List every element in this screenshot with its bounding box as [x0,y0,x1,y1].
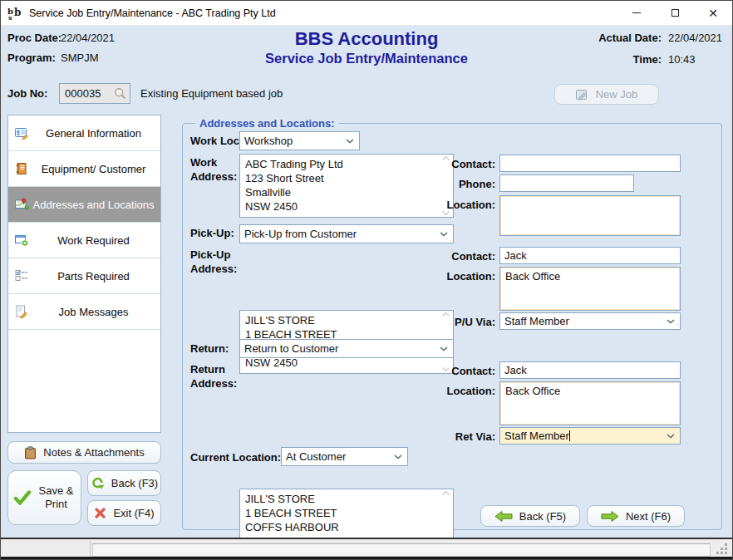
sidebar-item-equipment-customer[interactable]: Equipment/ Customer [8,151,160,187]
chevron-down-icon [440,346,448,351]
return-location-label: Location: [432,385,495,397]
pickup-contact-input[interactable] [499,247,681,264]
pu-via-value: Staff Member [504,315,667,327]
chevron-down-icon [440,232,448,237]
current-location-select[interactable]: At Customer [281,447,408,466]
return-address-label: Return Address: [190,362,239,391]
next-f6-button[interactable]: Next (F6) [587,505,685,527]
notes-attachments-button[interactable]: Notes & Attachments [7,441,161,464]
pickup-method-value: Pick-Up from Customer [244,228,440,240]
scroll-down-icon[interactable] [442,211,450,215]
text-cursor [569,430,570,441]
pickup-address-label: Pick-Up Address: [190,248,239,276]
sidebar-item-parts-required[interactable]: Parts Required [8,258,160,294]
actual-date-value: 22/04/2021 [668,32,722,44]
work-address-label: Work Address: [190,155,239,184]
exit-x-icon [94,507,106,519]
work-required-icon [15,233,28,247]
svg-text:s: s [8,13,12,20]
pickup-location-label: Location: [432,270,495,282]
minimize-icon [632,12,641,13]
return-contact-input[interactable] [499,361,681,379]
job-no-field[interactable]: 000035 [59,83,130,104]
scroll-up-icon[interactable] [442,491,450,495]
title-bar: b b s Service Job Entry/Maintenance - AB… [1,1,732,26]
addresses-locations-icon [15,198,29,211]
sidebar-item-label: General Information [8,127,160,140]
chevron-down-icon [394,454,402,459]
equipment-customer-icon [15,162,28,175]
chevron-down-icon [346,139,354,144]
back-f5-label: Back (F5) [519,510,566,523]
maximize-icon [672,9,679,17]
current-location-value: At Customer [286,450,394,463]
sidebar-item-label: Addresses and Locations [8,199,160,211]
general-information-icon [15,126,28,140]
save-print-button[interactable]: Save & Print [7,470,81,525]
sidebar-item-general-information[interactable]: General Information [8,115,160,151]
pu-via-select[interactable]: Staff Member [499,312,681,330]
status-bar [1,538,732,558]
exit-f4-label: Exit (F4) [113,507,154,519]
work-locn-select[interactable]: Workshop [239,131,360,150]
resize-grip-icon[interactable] [725,552,727,554]
work-phone-label: Phone: [432,178,495,190]
svg-text:b: b [14,7,21,18]
checkmark-icon [13,490,32,505]
ret-via-select[interactable]: Staff Member [499,427,681,445]
return-contact-label: Contact: [432,365,495,377]
chevron-down-icon [667,434,675,439]
current-location-label: Current Location: [190,451,281,464]
minimize-button[interactable] [617,1,656,26]
app-window: b b s Service Job Entry/Maintenance - AB… [0,0,733,560]
return-location-field[interactable]: Back Office [499,381,681,425]
group-title: Addresses and Locations: [195,117,339,130]
new-job-icon [576,89,589,101]
pu-via-label: P/U Via: [432,316,495,328]
back-f5-button[interactable]: Back (F5) [480,505,580,527]
sidebar-item-label: Job Messages [8,306,160,318]
new-job-button[interactable]: New Job [554,84,659,105]
return-method-select[interactable]: Return to Customer [239,339,454,358]
work-contact-input[interactable] [499,155,681,172]
arrow-left-icon [494,511,513,522]
chevron-down-icon [667,319,675,324]
notes-attachments-label: Notes & Attachments [43,446,144,459]
pickup-location-field[interactable]: Back Office [499,267,681,311]
pickup-label: Pick-Up: [190,227,234,239]
work-location-field[interactable] [499,195,681,236]
back-f3-label: Back (F3) [111,477,158,489]
parts-required-icon [15,269,28,282]
work-contact-label: Contact: [432,158,495,170]
work-locn-value: Workshop [244,135,346,147]
time-label: Time: [574,53,662,66]
save-print-label: Save & Print [37,484,76,511]
sidebar-item-work-required[interactable]: Work Required [8,223,160,258]
return-label: Return: [190,342,229,355]
work-phone-input[interactable] [499,174,634,192]
return-method-value: Return to Customer [244,342,440,355]
ret-via-value: Staff Member [504,430,569,442]
exit-f4-button[interactable]: Exit (F4) [87,500,161,526]
return-location-text: Back Office [505,385,560,397]
close-button[interactable]: ✕ [694,1,732,26]
sidebar-item-label: Parts Required [8,270,160,282]
next-f6-label: Next (F6) [626,510,671,523]
ret-via-label: Ret Via: [432,430,495,443]
maximize-button[interactable] [656,1,694,26]
status-cell-left [1,541,91,558]
close-icon: ✕ [708,7,718,19]
actual-date-label: Actual Date: [574,32,662,44]
pickup-method-select[interactable]: Pick-Up from Customer [239,224,454,243]
desktop-edge [1,557,732,559]
back-f3-button[interactable]: Back (F3) [87,470,161,496]
sidebar-item-job-messages[interactable]: Job Messages [8,294,160,330]
back-curved-arrow-icon [91,477,105,489]
sidebar-item-label: Equipment/ Customer [8,163,160,175]
sidebar-item-addresses-locations[interactable]: Addresses and Locations [8,187,160,223]
work-address-field[interactable]: ABC Trading Pty Ltd 123 Short Street Sma… [239,154,454,218]
search-icon[interactable] [114,87,126,100]
status-message-field [92,543,711,557]
new-job-label: New Job [596,88,638,101]
clipboard-icon [24,446,37,459]
